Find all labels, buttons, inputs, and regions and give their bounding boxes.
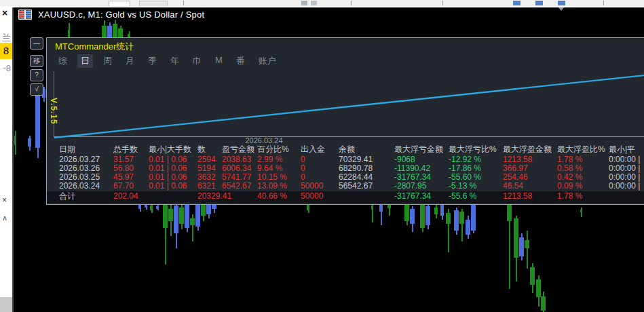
table-cell: 合计 (59, 191, 113, 203)
candle-body (536, 279, 541, 297)
close-icon-mid[interactable]: × (2, 195, 7, 205)
toolbar-divider (442, 1, 443, 5)
candle-body (541, 296, 546, 311)
table-cell: 67.70 (113, 182, 149, 191)
tab-番[interactable]: 番 (233, 54, 248, 68)
window-title-bar: XAUUSD.c, M1: Gold vs US Dollar / Spot (18, 9, 204, 20)
tab-周[interactable]: 周 (100, 54, 115, 68)
candle-body (454, 210, 459, 231)
table-cell: -2807.95 (394, 182, 449, 191)
price-secondary: -8 (0, 63, 11, 73)
candle-body (195, 203, 200, 227)
column-header: 最大浮亏金额 (394, 144, 449, 155)
table-cell: 13.09 % (257, 182, 301, 191)
table-cell: 1.78 % (557, 191, 609, 203)
table-cell: -31767.34 (394, 191, 449, 203)
side-button-help[interactable]: ? (30, 69, 43, 81)
toolbar-divider (603, 1, 604, 5)
table-cell: 1213.58 (503, 191, 557, 203)
candle-body (420, 203, 425, 228)
candle-body (163, 203, 168, 228)
column-header: 最小|大手数 (149, 144, 197, 155)
table-cell: 0 (301, 155, 339, 164)
version-label: V.5.15 (49, 98, 58, 125)
table-cell: 20329.41 (197, 191, 257, 203)
column-header: 百分比% (257, 144, 301, 155)
toolbar-icon-fragment[interactable] (301, 1, 307, 5)
candle-body (471, 204, 476, 231)
candle-body (507, 203, 512, 221)
price-tag: 8 (0, 43, 12, 59)
close-icon[interactable]: × (2, 7, 7, 18)
candle-body (156, 206, 159, 209)
mtcommander-stats-panel: MTCommander统计 综日周月季年巾M番账户 2026.03.24 日期总… (46, 37, 644, 205)
candle-body (371, 206, 373, 210)
candle-body (179, 208, 184, 224)
candle-body (150, 206, 153, 210)
table-cell: 0.01 | 0.06 (149, 182, 197, 191)
table-cell: -5.13 % (449, 182, 503, 191)
table-cell: 40.66 % (257, 191, 301, 203)
side-button-move[interactable]: 移 (30, 55, 43, 67)
table-cell: 0:00:00 | (609, 173, 644, 182)
tab-日[interactable]: 日 (77, 54, 93, 68)
table-cell: 0 (301, 164, 339, 173)
toolbar-icon-fragment[interactable] (558, 1, 565, 5)
scrollbar-block[interactable] (0, 297, 12, 312)
tab-巾[interactable]: 巾 (189, 54, 205, 68)
tab-M[interactable]: M (212, 54, 226, 68)
candle-body (580, 210, 582, 212)
candle-body (459, 212, 464, 224)
table-row: 2026.03.2467.700.01 | 0.0663216542.6713.… (47, 182, 644, 191)
column-header: 最大浮亏比% (449, 144, 503, 155)
candle-body (434, 208, 438, 214)
tab-季[interactable]: 季 (145, 54, 160, 68)
collapse-arrow-icon[interactable]: ∧ (2, 214, 7, 222)
candle-body (519, 237, 524, 256)
candle-body (138, 205, 141, 209)
tab-月[interactable]: 月 (122, 54, 138, 68)
table-cell: 56542.67 (339, 182, 394, 191)
window-title: XAUUSD.c, M1: Gold vs US Dollar / Spot (38, 9, 204, 20)
table-cell: 0:00:00 | (609, 164, 644, 173)
candle-body (530, 267, 535, 285)
candle-body (466, 220, 470, 235)
table-cell: 46.54 (503, 182, 557, 191)
chart-window: XAUUSD.c, M1: Gold vs US Dollar / Spot —… (14, 6, 644, 312)
column-header: 日期 (59, 144, 113, 155)
toolbar-sliver (0, 0, 644, 7)
toolbar-icon-fragment[interactable] (513, 1, 520, 5)
column-header: 最大浮盈金额 (503, 144, 557, 155)
table-cell: 202.04 (113, 191, 149, 203)
column-header: 出入金 (301, 144, 339, 155)
table-total-row: 合计202.0420329.4140.66 %50000-31767.34-55… (47, 191, 644, 203)
candle-body (28, 138, 31, 147)
candle-body (190, 218, 195, 225)
toolbar-icon-fragment[interactable] (535, 1, 543, 5)
table-cell: 0:00:00 | (609, 155, 644, 164)
side-button-confirm[interactable]: √ (30, 83, 43, 96)
table-cell: 0.09 % (557, 182, 609, 191)
toolbar-divider (351, 1, 352, 5)
window-tab-fragment[interactable] (139, 1, 168, 6)
column-header: 盈亏金额 (222, 144, 257, 155)
panel-title: MTCommander统计 (55, 41, 134, 53)
left-dock-strip: × 兰 8 -8 × ∧ (0, 6, 14, 312)
table-cell: 50000 (301, 191, 339, 203)
tab-综[interactable]: 综 (55, 54, 71, 68)
table-cell (339, 191, 394, 203)
candle-body (410, 209, 415, 224)
stats-tabs: 综日周月季年巾M番账户 (55, 54, 280, 68)
equity-plot: 2026.03.24 (47, 69, 644, 144)
toolbar-icon-fragment[interactable] (311, 1, 317, 5)
table-cell (609, 191, 644, 203)
window-tab-fragment[interactable] (109, 1, 130, 6)
table-cell (149, 191, 197, 203)
column-header: 最小|平 (609, 144, 644, 155)
candle-body (425, 206, 430, 225)
tab-年[interactable]: 年 (167, 54, 183, 68)
column-header: 最大浮盈比% (557, 144, 609, 155)
column-header: 余额 (339, 144, 394, 155)
side-button-collapse[interactable]: — (30, 37, 43, 50)
tab-账户[interactable]: 账户 (255, 54, 280, 68)
